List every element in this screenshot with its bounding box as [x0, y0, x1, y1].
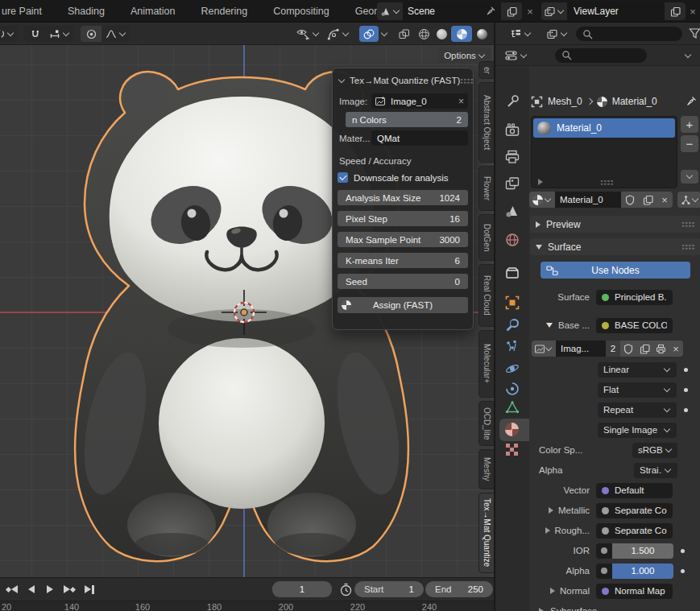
- tab-world[interactable]: [505, 233, 520, 247]
- new-material-button[interactable]: [639, 192, 657, 208]
- kmeans-iter-slider[interactable]: K-means Iter6: [338, 253, 468, 268]
- image-pack-button[interactable]: [652, 341, 669, 357]
- proportional-editing-toggle[interactable]: [81, 26, 101, 42]
- timeline-ruler[interactable]: 20 140 160 180 200 220 240: [0, 601, 494, 611]
- slot-remove-button[interactable]: −: [681, 135, 698, 152]
- unlink-material-button[interactable]: ×: [657, 192, 673, 208]
- source-dropdown[interactable]: Single Image: [598, 423, 677, 438]
- viewlayer-remove-button[interactable]: ×: [686, 6, 700, 18]
- extension-dropdown[interactable]: Repeat: [598, 403, 677, 418]
- use-preview-range-toggle[interactable]: [339, 583, 353, 597]
- expand-icon[interactable]: [549, 507, 553, 514]
- image-new-button[interactable]: [636, 341, 652, 357]
- image-fake-user-toggle[interactable]: [620, 341, 636, 357]
- image-unlink-button[interactable]: ×: [669, 341, 683, 357]
- expand-icon[interactable]: [550, 588, 555, 594]
- material-browse-button[interactable]: [529, 192, 555, 208]
- tab-texture[interactable]: [505, 443, 519, 456]
- material-name-field[interactable]: QMat: [371, 130, 468, 146]
- pin-icon[interactable]: [485, 6, 496, 17]
- alpha-slider[interactable]: 1.000: [612, 564, 673, 579]
- alpha-mode-dropdown[interactable]: Strai...: [634, 463, 677, 478]
- scene-copy-button[interactable]: [501, 2, 522, 20]
- snap-settings-dropdown[interactable]: [46, 26, 73, 42]
- preview-panel-header[interactable]: Preview: [530, 216, 700, 233]
- tab-rendering[interactable]: Rendering: [188, 0, 261, 23]
- frame-end-field[interactable]: End 250: [425, 581, 493, 597]
- proportional-falloff-dropdown[interactable]: [102, 26, 130, 42]
- shading-material-preview-button[interactable]: [451, 26, 472, 42]
- slot-list-grip[interactable]: [600, 180, 614, 185]
- material-name-field[interactable]: Material_0: [555, 192, 621, 208]
- image-users-button[interactable]: 2: [606, 341, 620, 357]
- xray-toggle[interactable]: [395, 26, 414, 42]
- play-reverse-button[interactable]: [23, 585, 39, 593]
- tab-tool[interactable]: [505, 94, 520, 109]
- slot-add-button[interactable]: +: [681, 116, 698, 133]
- sidebar-tab-real-cloud[interactable]: Real Cloud: [478, 264, 494, 327]
- base-color-field[interactable]: BASE COLOR: [596, 318, 673, 333]
- slot-expand-icon[interactable]: [538, 179, 543, 185]
- slot-specials-dropdown[interactable]: [681, 170, 698, 184]
- material-slot-selected[interactable]: Material_0: [533, 118, 675, 138]
- tab-render[interactable]: [505, 122, 520, 137]
- tab-collection[interactable]: [505, 266, 520, 280]
- tab-modifiers[interactable]: [505, 318, 520, 332]
- downscale-checkbox-row[interactable]: Downscale for analysis: [338, 172, 468, 183]
- overlays-dropdown[interactable]: [381, 30, 387, 36]
- animate-dot[interactable]: [684, 388, 688, 392]
- scene-browse-button[interactable]: [377, 2, 403, 20]
- jump-to-end-button[interactable]: [81, 585, 98, 594]
- breadcrumb-object[interactable]: Mesh_0: [548, 96, 582, 107]
- alpha-socket-button[interactable]: [596, 564, 612, 579]
- tab-view-layer[interactable]: [505, 176, 520, 191]
- normal-field[interactable]: Normal Map: [596, 584, 673, 599]
- shading-wireframe-button[interactable]: [416, 28, 432, 40]
- sidebar-tab-abstract-object[interactable]: Abstract Object: [478, 82, 494, 163]
- current-frame-field[interactable]: 1: [272, 581, 332, 597]
- sidebar-tab-partial[interactable]: er: [478, 61, 494, 79]
- tab-constraints[interactable]: [505, 382, 520, 396]
- viewport-3d[interactable]: Options Tex→Mat Quantize (FAST) Image: I…: [0, 45, 494, 577]
- gizmos-dropdown[interactable]: [327, 26, 350, 42]
- tab-scene[interactable]: [505, 204, 520, 219]
- transform-orientation-dropdown[interactable]: [0, 26, 18, 42]
- n-colors-slider[interactable]: n Colors 2: [346, 112, 468, 127]
- fake-user-toggle[interactable]: [621, 192, 639, 208]
- animate-dot[interactable]: [681, 549, 685, 553]
- interpolation-dropdown[interactable]: Linear: [598, 362, 677, 378]
- scene-unlink-button[interactable]: ×: [522, 6, 538, 18]
- animate-dot[interactable]: [684, 368, 688, 372]
- viewlayer-browse-button[interactable]: [541, 2, 567, 20]
- pin-icon[interactable]: [686, 96, 697, 107]
- snap-toggle[interactable]: [24, 26, 45, 42]
- image-field[interactable]: Image_0 ×: [371, 93, 468, 109]
- outliner-display-mode-dropdown[interactable]: [510, 26, 532, 42]
- properties-search-input[interactable]: [555, 48, 647, 63]
- breadcrumb-material[interactable]: Material_0: [612, 96, 657, 107]
- image-browse-button[interactable]: [532, 341, 556, 357]
- tab-material[interactable]: [505, 423, 519, 436]
- panel-drag-grip[interactable]: [460, 78, 474, 84]
- sidebar-tab-molecular[interactable]: Molecular+: [478, 330, 494, 398]
- shading-solid-button[interactable]: [433, 29, 449, 39]
- ior-slider[interactable]: 1.500: [612, 543, 673, 559]
- seed-slider[interactable]: Seed0: [338, 274, 468, 289]
- assign-fast-button[interactable]: Assign (FAST): [338, 297, 468, 313]
- tab-object[interactable]: [505, 295, 520, 310]
- shading-rendered-button[interactable]: [474, 29, 490, 39]
- outliner-filter-button[interactable]: [689, 27, 700, 39]
- surface-panel-header[interactable]: Surface: [530, 238, 700, 255]
- tab-shading[interactable]: Shading: [55, 0, 118, 23]
- tab-output[interactable]: [505, 150, 520, 164]
- properties-options-dropdown[interactable]: [685, 51, 691, 57]
- vector-field[interactable]: Default: [596, 483, 673, 498]
- checkbox-checked-icon[interactable]: [338, 172, 348, 183]
- jump-prev-keyframe-button[interactable]: [3, 585, 21, 593]
- image-clear-icon[interactable]: ×: [458, 96, 464, 107]
- viewlayer-copy-button[interactable]: [665, 2, 686, 20]
- sidebar-tab-dotgen[interactable]: DotGen: [478, 214, 494, 261]
- nodetree-dropdown[interactable]: [677, 192, 700, 208]
- frame-start-field[interactable]: Start 1: [354, 581, 424, 597]
- pixel-step-slider[interactable]: Pixel Step16: [338, 211, 468, 226]
